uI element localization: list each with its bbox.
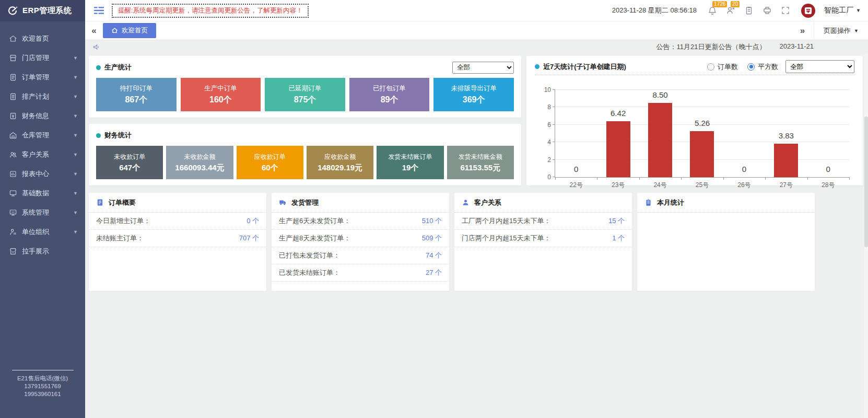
x-axis-tick [597,177,597,180]
tab-welcome-home[interactable]: 欢迎首页 [103,23,156,38]
summary-card-header: 发货管理 [272,193,449,213]
radio-selected[interactable]: 平方数 [747,62,778,72]
finance-card[interactable]: 发货未结账订单19个 [377,146,443,179]
finance-card[interactable]: 应收款订单60个 [237,146,303,179]
summary-row-value[interactable]: 74 个 [426,251,442,260]
announcement-text[interactable]: 公告：11月21日更新公告（晚十点） [656,42,766,52]
x-axis-tick [765,177,766,180]
stat-label: 未排版导出订单 [451,84,497,93]
summary-row-value[interactable]: 0 个 [247,216,259,226]
main-content: 生产统计 全部 待打印订单867个生产中订单160个已延期订单875个已打包订单… [85,54,868,418]
y-axis-label: 8 [547,103,551,111]
tabs-scroll-left[interactable]: « [85,26,103,36]
stat-label: 发货未结账金额 [459,153,502,161]
summary-row-value[interactable]: 509 个 [422,234,442,243]
sidebar-item-system[interactable]: 系统管理▼ [0,203,85,222]
user-menu[interactable]: 智能工厂 ▼ [824,6,861,15]
finance-card[interactable]: 未收款金额1660093.44元 [166,146,233,179]
system-icon [8,208,17,217]
radio-icon [747,63,755,71]
customer-icon [8,150,17,159]
bell-icon[interactable]: 1726 [708,6,717,15]
sidebar-item-store[interactable]: 门店管理▼ [0,48,85,67]
footer-line: 13791551769 [0,382,85,390]
bar-value-label: 3.83 [779,131,794,140]
sidebar-item-plan[interactable]: 排产计划▼ [0,87,85,106]
summary-row-label: 工厂两个月内超15天未下单： [462,216,550,226]
summary-row-value[interactable]: 27 个 [426,268,442,277]
bar-23号[interactable] [606,121,630,177]
finance-card[interactable]: 应收款金额148029.19元 [307,146,373,179]
production-cards: 待打印订单867个生产中订单160个已延期订单875个已打包订单89个未排版导出… [96,78,514,111]
radio-option[interactable]: 订单数 [707,62,738,72]
summary-card-sum-truck: 发货管理生产超6天未发货订单：510 个生产超8天未发货订单：509 个已打包未… [272,193,449,291]
bar-value-label: 8.50 [652,90,667,99]
home-icon [111,27,118,34]
sidebar-item-home[interactable]: 欢迎首页 [0,29,85,48]
sidebar-item-label: 拉手展示 [22,247,78,256]
sidebar-item-customer[interactable]: 客户关系▼ [0,145,85,164]
sidebar-item-label: 报表中心 [22,169,73,179]
stat-value: 647个 [119,163,140,173]
clipboard-icon[interactable] [744,6,754,15]
sidebar-item-label: 门店管理 [22,53,73,63]
radio-icon [707,63,714,71]
print-icon[interactable] [763,6,772,15]
sidebar-item-finance[interactable]: 财务信息▼ [0,106,85,125]
summary-row-item: 今日新增主订单：0 个 [89,213,266,230]
app-logo: ERP管理系统 [0,0,85,21]
sidebar: ERP管理系统 欢迎首页门店管理▼订单管理▼排产计划▼财务信息▼仓库管理▼客户关… [0,0,85,418]
finance-card[interactable]: 发货未结账金额61153.55元 [447,146,514,179]
plan-icon [8,92,17,101]
production-card[interactable]: 未排版导出订单369个 [433,78,514,111]
x-axis-category-label: 27号 [765,181,807,190]
production-filter-select[interactable]: 全部 [452,62,514,74]
summary-card-title: 订单概要 [109,198,136,207]
sidebar-item-data[interactable]: 基础数据▼ [0,183,85,203]
sidebar-item-label: 财务信息 [22,111,73,121]
scrollbar-thumb[interactable] [864,117,868,247]
production-card[interactable]: 已打包订单89个 [349,78,430,111]
production-card[interactable]: 生产中订单160个 [181,78,261,111]
finance-card[interactable]: 未收款订单647个 [96,146,163,179]
chart-filter-select[interactable]: 全部 [785,60,854,73]
messages-icon[interactable]: 20 [726,6,735,15]
sidebar-item-order[interactable]: 订单管理▼ [0,67,85,87]
fullscreen-icon[interactable] [781,6,790,15]
bar-25号[interactable] [690,131,714,177]
chevron-down-icon: ▼ [73,55,78,61]
sidebar-item-handle[interactable]: 拉手展示 [0,241,85,261]
sidebar-item-org[interactable]: 单位组织▼ [0,222,85,241]
summary-row-value[interactable]: 15 个 [608,216,625,226]
section-dot [535,64,539,69]
production-card[interactable]: 待打印订单867个 [96,78,177,111]
chart-radio-group: 订单数平方数 [707,62,778,72]
avatar[interactable] [801,4,815,18]
stat-value: 148029.19元 [318,163,362,173]
collapse-menu-icon[interactable] [93,6,104,15]
warehouse-icon [8,131,17,140]
bar-27号[interactable] [774,144,798,177]
sidebar-item-label: 客户关系 [22,150,73,159]
sidebar-item-label: 基础数据 [22,189,73,198]
topbar: 提醒:系统每周定期更新，请注意查阅更新公告，了解更新内容！ 2023-11-28… [85,0,868,21]
summary-row-value[interactable]: 707 个 [239,234,259,243]
sidebar-item-report[interactable]: 报表中心▼ [0,164,85,183]
summary-row-value[interactable]: 510 个 [422,216,442,226]
speaker-icon[interactable] [92,43,101,51]
stat-label: 已打包订单 [373,84,406,93]
production-card[interactable]: 已延期订单875个 [265,78,345,111]
bar-24号[interactable] [648,103,672,177]
sidebar-item-label: 订单管理 [22,73,73,82]
announcement-bar: 公告：11月21日更新公告（晚十点） 2023-11-21 [85,40,868,54]
stat-label: 未收款金额 [184,153,215,161]
finance-title: 财务统计 [104,131,132,140]
scrollbar-track[interactable] [864,54,868,418]
order-icon [8,73,17,82]
page-actions-dropdown[interactable]: 页面操作 ▼ [814,26,868,36]
summary-row-value[interactable]: 1 个 [612,234,625,243]
tabs-scroll-right[interactable]: » [791,21,814,40]
x-axis-category-label: 25号 [681,181,723,190]
sidebar-item-warehouse[interactable]: 仓库管理▼ [0,125,85,145]
y-axis-label: 2 [547,156,551,164]
